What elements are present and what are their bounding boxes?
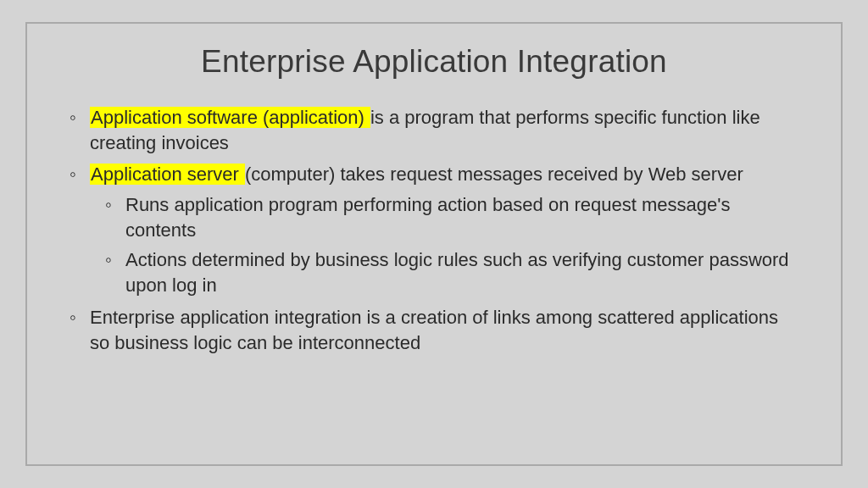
slide-title: Enterprise Application Integration <box>70 44 798 80</box>
list-item: Runs application program performing acti… <box>105 192 798 242</box>
bullet-text: Actions determined by business logic rul… <box>125 249 789 296</box>
bullet-text: Runs application program performing acti… <box>125 194 731 241</box>
slide-frame: Enterprise Application Integration Appli… <box>25 22 843 466</box>
list-item: Application server (computer) takes requ… <box>70 162 798 297</box>
highlighted-term: Application server <box>90 164 245 185</box>
bullet-text: Enterprise application integration is a … <box>90 307 778 353</box>
list-item: Actions determined by business logic rul… <box>105 247 798 297</box>
bullet-text: (computer) takes request messages receiv… <box>245 164 743 185</box>
sub-bullet-list: Runs application program performing acti… <box>90 192 798 298</box>
highlighted-term: Application software (application) <box>90 107 370 128</box>
list-item: Enterprise application integration is a … <box>70 305 798 355</box>
bullet-list: Application software (application) is a … <box>70 105 798 355</box>
list-item: Application software (application) is a … <box>70 105 798 155</box>
